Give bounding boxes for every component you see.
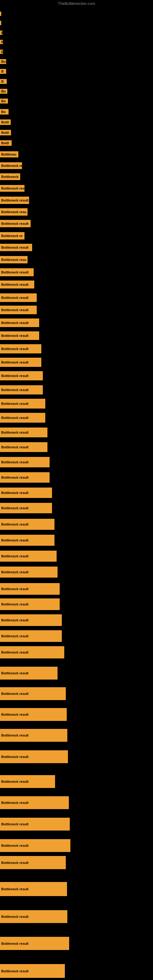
bar-label-55: Bottleneck result bbox=[0, 729, 67, 742]
bar-item-10: Bo bbox=[0, 99, 8, 103]
bar-label-29: Bottleneck result bbox=[0, 318, 39, 327]
bar-label-36: Bottleneck result bbox=[0, 413, 45, 423]
bar-item-26: Bottleneck result bbox=[0, 280, 34, 288]
bar-item-34: Bottleneck result bbox=[0, 385, 43, 395]
bar-item-43: Bottleneck result bbox=[0, 519, 54, 530]
bar-label-35: Bottleneck result bbox=[0, 399, 45, 409]
bar-label-11: Bo bbox=[0, 109, 9, 115]
bar-label-14: Bottl bbox=[0, 140, 12, 146]
bar-item-22: Bottleneck re bbox=[0, 232, 24, 240]
bar-label-10: Bo bbox=[0, 99, 8, 103]
bar-item-36: Bottleneck result bbox=[0, 413, 45, 423]
bar-item-37: Bottleneck result bbox=[0, 428, 48, 438]
bar-label-20: Bottleneck resu bbox=[0, 208, 27, 216]
bar-item-11: Bo bbox=[0, 109, 9, 115]
bar-label-8: B bbox=[0, 79, 7, 84]
bar-label-26: Bottleneck result bbox=[0, 280, 34, 288]
bar-label-64: Bottleneck result bbox=[0, 937, 69, 950]
bar-label-28: Bottleneck result bbox=[0, 305, 37, 314]
bar-label-65: Bottleneck result bbox=[0, 964, 65, 978]
bar-item-27: Bottleneck result bbox=[0, 293, 37, 302]
bar-label-7: B bbox=[0, 69, 6, 74]
bar-label-5: E bbox=[0, 49, 3, 54]
bar-item-30: Bottleneck result bbox=[0, 331, 39, 340]
bar-item-24: Bottleneck resu bbox=[0, 256, 27, 263]
bar-item-8: B bbox=[0, 79, 7, 84]
bar-item-58: Bottleneck result bbox=[0, 796, 69, 809]
bar-item-39: Bottleneck result bbox=[0, 457, 49, 467]
bar-item-33: Bottleneck result bbox=[0, 371, 43, 380]
bar-label-38: Bottleneck result bbox=[0, 442, 48, 452]
bar-label-39: Bottleneck result bbox=[0, 457, 49, 467]
bar-item-28: Bottleneck result bbox=[0, 305, 37, 314]
bar-label-16: Bottleneck res bbox=[0, 162, 22, 169]
bar-item-5: E bbox=[0, 49, 3, 54]
bar-item-40: Bottleneck result bbox=[0, 472, 49, 483]
bar-item-57: Bottleneck result bbox=[0, 775, 55, 788]
bar-label-49: Bottleneck result bbox=[0, 614, 62, 626]
bar-label-17: Bottleneck bbox=[0, 173, 20, 180]
bar-label-3: E bbox=[0, 30, 2, 35]
bar-label-37: Bottleneck result bbox=[0, 428, 48, 438]
bar-item-44: Bottleneck result bbox=[0, 535, 54, 546]
bar-item-29: Bottleneck result bbox=[0, 318, 39, 327]
bar-label-51: Bottleneck result bbox=[0, 646, 64, 659]
bar-item-14: Bottl bbox=[0, 140, 12, 146]
bar-label-33: Bottleneck result bbox=[0, 371, 43, 380]
bar-label-57: Bottleneck result bbox=[0, 775, 55, 788]
bar-item-41: Bottleneck result bbox=[0, 488, 52, 498]
bar-label-2 bbox=[0, 21, 1, 25]
bar-item-2 bbox=[0, 21, 1, 25]
bar-label-53: Bottleneck result bbox=[0, 687, 66, 700]
bar-label-18: Bottleneck resu bbox=[0, 185, 24, 192]
bar-item-17: Bottleneck bbox=[0, 173, 20, 180]
bar-label-32: Bottleneck result bbox=[0, 358, 41, 367]
bar-label-6: Bo bbox=[0, 59, 6, 64]
bar-item-23: Bottleneck result bbox=[0, 244, 32, 251]
bar-item-25: Bottleneck result bbox=[0, 268, 33, 276]
bar-item-32: Bottleneck result bbox=[0, 358, 41, 367]
bar-label-63: Bottleneck result bbox=[0, 910, 67, 923]
bar-label-52: Bottleneck result bbox=[0, 667, 57, 679]
bar-item-60: Bottleneck result bbox=[0, 839, 70, 852]
bar-label-44: Bottleneck result bbox=[0, 535, 54, 546]
bar-label-42: Bottleneck result bbox=[0, 503, 52, 513]
bar-item-16: Bottleneck res bbox=[0, 162, 22, 169]
bar-item-63: Bottleneck result bbox=[0, 910, 67, 923]
bar-item-20: Bottleneck resu bbox=[0, 208, 27, 216]
bar-item-47: Bottleneck result bbox=[0, 583, 60, 595]
bar-label-24: Bottleneck resu bbox=[0, 256, 27, 263]
bar-item-9: Bo bbox=[0, 89, 7, 94]
bar-item-50: Bottleneck result bbox=[0, 630, 62, 642]
bar-label-22: Bottleneck re bbox=[0, 232, 24, 240]
bar-label-27: Bottleneck result bbox=[0, 293, 37, 302]
bar-item-15: Bottlenec bbox=[0, 151, 18, 158]
bar-label-4: B bbox=[0, 40, 3, 44]
bar-item-48: Bottleneck result bbox=[0, 598, 60, 610]
bar-item-13: Bottl bbox=[0, 130, 11, 135]
bar-item-52: Bottleneck result bbox=[0, 667, 57, 679]
bar-label-46: Bottleneck result bbox=[0, 566, 57, 578]
bar-item-31: Bottleneck result bbox=[0, 344, 41, 353]
bar-label-13: Bottl bbox=[0, 130, 11, 135]
bar-label-58: Bottleneck result bbox=[0, 796, 69, 809]
bar-label-62: Bottleneck result bbox=[0, 882, 67, 896]
bar-label-54: Bottleneck result bbox=[0, 708, 67, 721]
bar-label-19: Bottleneck result bbox=[0, 197, 29, 204]
bar-item-1 bbox=[0, 12, 1, 16]
bar-item-4: B bbox=[0, 40, 3, 44]
bar-item-62: Bottleneck result bbox=[0, 882, 67, 896]
bar-label-43: Bottleneck result bbox=[0, 519, 54, 530]
bar-label-34: Bottleneck result bbox=[0, 385, 43, 395]
bar-label-1 bbox=[0, 12, 1, 16]
bar-label-50: Bottleneck result bbox=[0, 630, 62, 642]
bar-label-15: Bottlenec bbox=[0, 151, 18, 158]
bar-label-45: Bottleneck result bbox=[0, 550, 57, 562]
bar-label-9: Bo bbox=[0, 89, 7, 94]
bar-item-51: Bottleneck result bbox=[0, 646, 64, 659]
site-title: TheBottlenecker.com bbox=[58, 1, 95, 6]
bar-label-61: Bottleneck result bbox=[0, 856, 66, 869]
bar-label-30: Bottleneck result bbox=[0, 331, 39, 340]
bar-label-21: Bottleneck result bbox=[0, 220, 30, 227]
bar-item-61: Bottleneck result bbox=[0, 856, 66, 869]
